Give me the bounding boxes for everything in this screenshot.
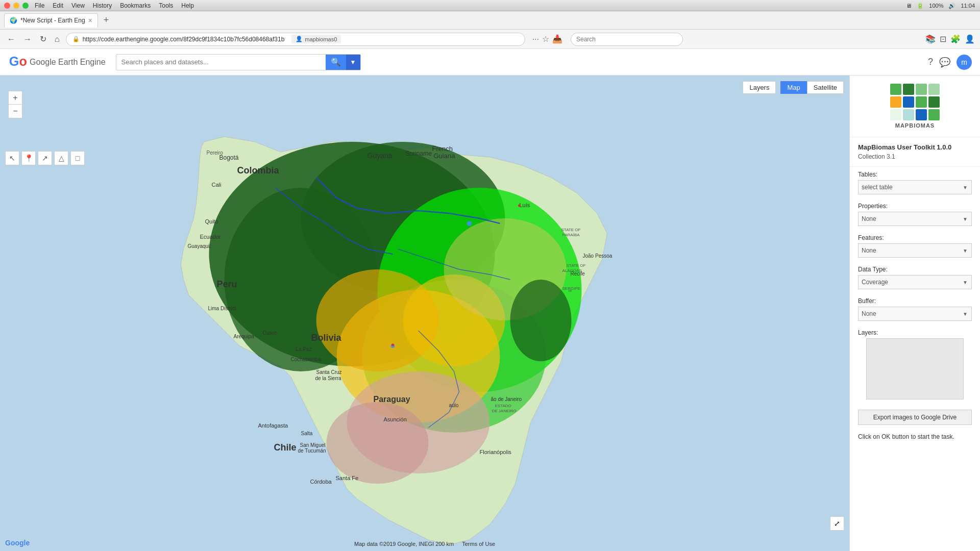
sidebar-toggle[interactable]: ⊡ bbox=[940, 34, 946, 44]
home-button[interactable]: ⌂ bbox=[53, 33, 62, 46]
star-icon[interactable]: ☆ bbox=[542, 34, 549, 44]
mapbiomas-logo-text: MAPBIOMAS bbox=[895, 122, 935, 129]
clock: 11:04 bbox=[961, 3, 975, 9]
extensions-icon[interactable]: 🧩 bbox=[950, 34, 961, 44]
url-text: https://code.earthengine.google.com/8f29… bbox=[83, 36, 285, 43]
map-view-button[interactable]: Map bbox=[780, 81, 806, 94]
browser-right-icons: 📚 ⊡ 🧩 👤 bbox=[925, 34, 975, 44]
forward-button[interactable]: → bbox=[21, 33, 34, 46]
properties-section: Properties: None bbox=[850, 198, 980, 230]
svg-text:Lima District: Lima District bbox=[208, 306, 236, 311]
gee-search-button[interactable]: 🔍 bbox=[326, 54, 346, 70]
shape-tool[interactable]: △ bbox=[54, 151, 68, 165]
svg-text:Salta: Salta bbox=[301, 431, 313, 436]
mapbiomas-logo-grid bbox=[890, 84, 940, 120]
svg-text:Chile: Chile bbox=[274, 442, 297, 453]
logo-cell-8 bbox=[928, 96, 940, 108]
data-type-select-wrapper: Coverage bbox=[858, 275, 972, 289]
minimize-window-button[interactable] bbox=[13, 3, 19, 9]
marker-tool[interactable]: 📍 bbox=[21, 151, 36, 165]
menu-edit[interactable]: Edit bbox=[53, 2, 63, 9]
panel-app-title: MapBiomas User Toolkit 1.0.0 bbox=[850, 137, 980, 153]
menu-bookmarks[interactable]: Bookmarks bbox=[120, 2, 151, 9]
gee-search-input[interactable] bbox=[116, 58, 326, 66]
battery-icon: 🔋 bbox=[917, 3, 924, 9]
os-status-bar: 🖥 🔋 100% 🔊 11:04 bbox=[906, 0, 975, 11]
tables-select[interactable]: select table bbox=[858, 180, 972, 194]
maximize-window-button[interactable] bbox=[22, 3, 29, 9]
menu-file[interactable]: File bbox=[35, 2, 44, 9]
gee-search-bar[interactable]: 🔍 ▼ bbox=[116, 54, 361, 70]
fullscreen-button[interactable]: ⤢ bbox=[830, 516, 844, 531]
logo-cell-11 bbox=[916, 109, 927, 120]
help-button[interactable]: ? bbox=[928, 57, 933, 67]
username: mapbiomas0 bbox=[305, 36, 337, 42]
user-avatar[interactable]: m bbox=[957, 55, 972, 70]
back-button[interactable]: ← bbox=[5, 33, 17, 46]
zoom-out-button[interactable]: − bbox=[9, 105, 22, 118]
gee-appbar-right: ? 💬 m bbox=[928, 55, 972, 70]
svg-text:La Paz: La Paz bbox=[296, 346, 312, 352]
svg-text:João Pessoa: João Pessoa bbox=[583, 253, 612, 259]
pointer-tool[interactable]: ↖ bbox=[5, 151, 19, 165]
svg-text:Pereiro: Pereiro bbox=[207, 150, 224, 156]
tab-close-button[interactable]: × bbox=[88, 16, 92, 24]
map-area[interactable]: Colombia Bogotá Pereiro Cali Guyana Suri… bbox=[0, 76, 849, 551]
features-select[interactable]: None bbox=[858, 243, 972, 258]
browser-search-input[interactable] bbox=[571, 33, 683, 46]
satellite-view-button[interactable]: Satellite bbox=[807, 81, 844, 94]
logo-cell-12 bbox=[928, 109, 940, 120]
feedback-button[interactable]: 💬 bbox=[939, 57, 950, 68]
os-menu: File Edit View History Bookmarks Tools H… bbox=[35, 2, 194, 9]
svg-text:Asunción: Asunción bbox=[384, 416, 407, 422]
new-tab-button[interactable]: + bbox=[100, 14, 112, 27]
properties-label: Properties: bbox=[858, 203, 972, 210]
tables-select-wrapper: select table bbox=[858, 180, 972, 194]
bookmarks-icon[interactable]: 📚 bbox=[925, 34, 936, 44]
svg-text:Suriname: Suriname bbox=[406, 150, 432, 157]
panel-collection: Collection 3.1 bbox=[850, 153, 980, 167]
line-tool[interactable]: ↗ bbox=[38, 151, 52, 165]
map-attribution: Map data ©2019 Google, INEGI 200 km Term… bbox=[354, 541, 495, 547]
window-controls[interactable] bbox=[4, 3, 29, 9]
data-type-select[interactable]: Coverage bbox=[858, 275, 972, 289]
hp-icon: 🖥 bbox=[906, 3, 912, 9]
svg-text:Cochabamba: Cochabamba bbox=[291, 357, 322, 362]
pocket-icon[interactable]: 📥 bbox=[552, 34, 562, 44]
gee-search-dropdown-button[interactable]: ▼ bbox=[346, 54, 360, 70]
layers-button[interactable]: Layers bbox=[743, 81, 776, 94]
export-images-button[interactable]: Export images to Google Drive bbox=[858, 410, 972, 425]
svg-point-59 bbox=[518, 205, 521, 207]
svg-point-60 bbox=[391, 344, 394, 346]
user-profile-icon[interactable]: 👤 bbox=[965, 34, 975, 44]
browser-navbar: ← → ↻ ⌂ 🔒 https://code.earthengine.googl… bbox=[0, 30, 980, 49]
menu-view[interactable]: View bbox=[71, 2, 85, 9]
layers-label: Layers: bbox=[858, 329, 972, 336]
svg-text:San Miguel: San Miguel bbox=[300, 442, 326, 448]
close-window-button[interactable] bbox=[4, 3, 10, 9]
menu-help[interactable]: Help bbox=[181, 2, 194, 9]
rectangle-tool[interactable]: □ bbox=[70, 151, 85, 165]
properties-select[interactable]: None bbox=[858, 212, 972, 226]
svg-text:Córdoba: Córdoba bbox=[310, 479, 332, 485]
svg-text:French: French bbox=[432, 145, 453, 153]
svg-text:ão de Janeiro: ão de Janeiro bbox=[491, 396, 522, 402]
user-indicator: 👤 mapbiomas0 bbox=[291, 35, 341, 43]
logo-cell-5 bbox=[890, 96, 901, 108]
bookmark-icon[interactable]: ··· bbox=[532, 35, 539, 44]
terms-of-use-link[interactable]: Terms of Use bbox=[462, 541, 495, 547]
menu-tools[interactable]: Tools bbox=[159, 2, 173, 9]
os-titlebar: File Edit View History Bookmarks Tools H… bbox=[0, 0, 980, 11]
features-section: Features: None bbox=[850, 230, 980, 262]
menu-history[interactable]: History bbox=[93, 2, 112, 9]
logo-cell-1 bbox=[890, 84, 901, 95]
buffer-section: Buffer: None bbox=[850, 293, 980, 325]
buffer-select[interactable]: None bbox=[858, 307, 972, 321]
url-bar[interactable]: 🔒 https://code.earthengine.google.com/8f… bbox=[66, 33, 525, 46]
zoom-in-button[interactable]: + bbox=[9, 91, 22, 105]
layers-canvas bbox=[866, 338, 964, 399]
browser-active-tab[interactable]: 🌍 *New Script - Earth Eng × bbox=[4, 13, 98, 28]
svg-text:STATE OF: STATE OF bbox=[561, 228, 581, 232]
map-data-text: Map data ©2019 Google, INEGI 200 km bbox=[354, 541, 454, 547]
reload-button[interactable]: ↻ bbox=[38, 32, 48, 46]
